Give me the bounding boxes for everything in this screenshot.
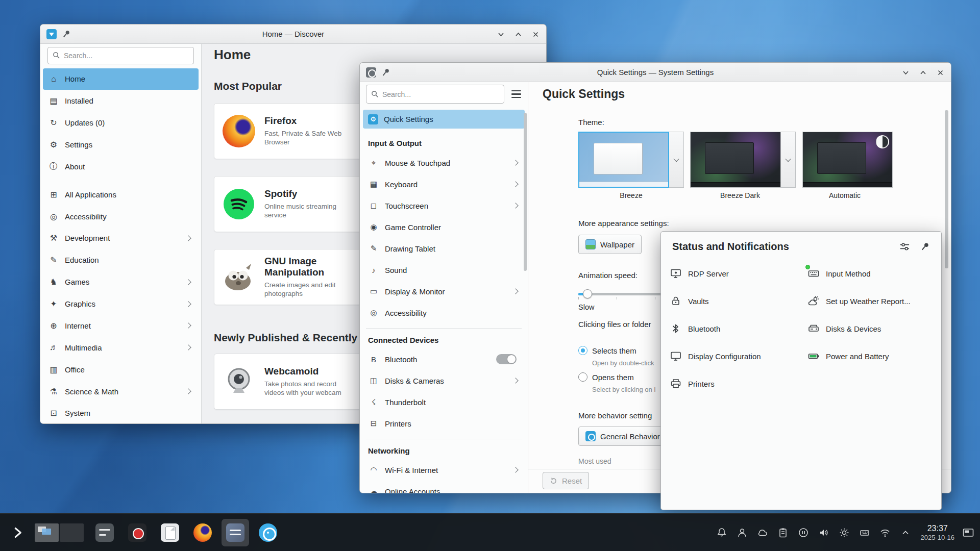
printer-icon	[669, 377, 682, 390]
search-input[interactable]	[382, 90, 499, 98]
nav-item-accessibility[interactable]: ◎Accessibility	[363, 302, 525, 323]
nav-item-game-controller[interactable]: ◉Game Controller	[363, 216, 525, 238]
theme-breeze-preview[interactable]	[578, 132, 669, 188]
sidebar-item-accessibility[interactable]: ◎Accessibility	[43, 206, 199, 227]
chevron-right-icon	[185, 388, 191, 394]
bluetooth-toggle[interactable]	[496, 354, 517, 364]
nav-item-thunderbolt[interactable]: ☇Thunderbolt	[363, 391, 525, 413]
status-item-vaults[interactable]: Vaults	[669, 294, 807, 308]
task-system-monitor[interactable]	[91, 519, 118, 546]
sidebar-scrollbar[interactable]	[524, 113, 527, 271]
task-system-settings[interactable]	[222, 519, 249, 546]
sidebar-item-internet[interactable]: ⊕Internet	[43, 315, 199, 337]
status-item-bluetooth[interactable]: Bluetooth	[669, 322, 807, 335]
system-settings-titlebar[interactable]: Quick Settings — System Settings	[360, 63, 951, 82]
status-item-input-method[interactable]: Input Method	[807, 267, 935, 280]
app-launcher-button[interactable]	[6, 519, 31, 546]
sidebar-item-home[interactable]: ⌂Home	[43, 68, 199, 90]
status-item-disks-devices[interactable]: Disks & Devices	[807, 322, 935, 335]
sidebar-item-multimedia[interactable]: ♬Multimedia	[43, 337, 199, 358]
sidebar-item-all-applications[interactable]: ⊞All Applications	[43, 184, 199, 205]
minimize-button[interactable]	[901, 68, 910, 77]
nav-item-sound[interactable]: ♪Sound	[363, 259, 525, 281]
discover-search[interactable]	[47, 47, 194, 64]
task-kde-browser[interactable]	[254, 519, 282, 546]
task-media-recorder[interactable]	[124, 519, 151, 546]
search-input[interactable]	[64, 52, 189, 60]
menu-hamburger-button[interactable]	[506, 86, 526, 103]
volume-icon[interactable]	[818, 527, 830, 539]
vaults-lock-icon	[669, 294, 682, 308]
show-desktop-button[interactable]	[960, 519, 977, 546]
radio-selects-them[interactable]	[578, 346, 587, 355]
nav-item-printers[interactable]: ⊟Printers	[363, 413, 525, 434]
sidebar-item-science-math[interactable]: ⚗Science & Math	[43, 381, 199, 402]
desktop-2[interactable]	[60, 523, 84, 542]
tray-expander-icon[interactable]	[899, 527, 912, 539]
content-scrollbar[interactable]	[945, 110, 948, 268]
nav-item-drawing-tablet[interactable]: ✎Drawing Tablet	[363, 238, 525, 259]
theme-breeze-dark-dropdown[interactable]	[781, 132, 796, 188]
pin-icon[interactable]	[919, 240, 931, 253]
task-file-manager[interactable]	[156, 519, 184, 546]
close-button[interactable]	[936, 68, 945, 77]
network-wifi-icon[interactable]	[879, 527, 891, 539]
slider-handle[interactable]	[583, 289, 592, 298]
status-item-power-battery[interactable]: Power and Battery	[807, 349, 935, 363]
virtual-keyboard-icon[interactable]	[859, 527, 871, 539]
general-behavior-button[interactable]: General Behavior	[578, 427, 667, 446]
minimize-button[interactable]	[496, 30, 505, 39]
discover-titlebar[interactable]: Home — Discover	[40, 24, 546, 44]
nav-item-online-accounts[interactable]: ☁Online Accounts	[363, 481, 525, 493]
nav-item-mouse-touchpad[interactable]: ⌖Mouse & Touchpad	[363, 152, 525, 173]
sidebar-item-about[interactable]: ⓘAbout	[43, 156, 199, 177]
virtual-desktop-pager[interactable]	[35, 523, 84, 542]
close-button[interactable]	[531, 30, 540, 39]
status-item-printers[interactable]: Printers	[669, 377, 807, 390]
app-name: Spotify	[264, 188, 355, 199]
sidebar-item-office[interactable]: ▥Office	[43, 359, 199, 380]
media-player-icon[interactable]	[797, 527, 810, 539]
pin-icon[interactable]	[381, 68, 390, 77]
nav-item-wifi-internet[interactable]: ◠Wi-Fi & Internet	[363, 459, 525, 481]
night-light-icon[interactable]	[838, 527, 850, 539]
user-switch-icon[interactable]	[736, 527, 748, 539]
window-title: Quick Settings — System Settings	[411, 68, 900, 77]
sidebar-item-development[interactable]: ⚒Development	[43, 228, 199, 249]
configure-icon[interactable]	[898, 240, 911, 253]
sidebar-item-graphics[interactable]: ✦Graphics	[43, 293, 199, 315]
maximize-button[interactable]	[918, 68, 927, 77]
clipboard-icon[interactable]	[777, 527, 789, 539]
maximize-button[interactable]	[513, 30, 523, 39]
kde-app-icon	[259, 523, 277, 542]
pin-icon[interactable]	[62, 30, 71, 39]
sidebar-item-games[interactable]: ♞Games	[43, 271, 199, 293]
sidebar-item-settings[interactable]: ⚙Settings	[43, 134, 199, 156]
nav-item-display-monitor[interactable]: ▭Display & Monitor	[363, 281, 525, 302]
sidebar-item-education[interactable]: ✎Education	[43, 249, 199, 271]
theme-breeze-dark-preview[interactable]	[690, 132, 781, 188]
nav-item-disks-cameras[interactable]: ◫Disks & Cameras	[363, 370, 525, 391]
nav-item-touchscreen[interactable]: ◻Touchscreen	[363, 195, 525, 216]
settings-search[interactable]	[366, 85, 504, 104]
digital-clock[interactable]: 23:37 2025-10-16	[921, 524, 955, 541]
wallpaper-button[interactable]: Wallpaper	[578, 235, 642, 254]
task-firefox[interactable]	[189, 519, 216, 546]
sidebar-item-installed[interactable]: ▤Installed	[43, 90, 199, 112]
status-item-rdp-server[interactable]: RDP Server	[669, 267, 807, 280]
desktop-1[interactable]	[35, 523, 59, 542]
cloud-icon[interactable]	[756, 527, 769, 539]
sidebar-item-system[interactable]: ⊡System	[43, 403, 199, 424]
status-item-display-configuration[interactable]: Display Configuration	[669, 349, 807, 363]
theme-breeze-dropdown[interactable]	[669, 132, 684, 188]
nav-item-keyboard[interactable]: ▦Keyboard	[363, 173, 525, 195]
radio-opens-them[interactable]	[578, 372, 587, 382]
nav-item-bluetooth[interactable]: ɃBluetooth	[363, 348, 525, 370]
reset-button[interactable]: Reset	[543, 472, 589, 489]
notifications-bell-icon[interactable]	[716, 527, 728, 539]
sidebar-item-updates[interactable]: ↻Updates (0)	[43, 112, 199, 134]
gimp-icon	[223, 261, 255, 293]
nav-item-quick-settings[interactable]: ⚙ Quick Settings	[363, 110, 525, 129]
theme-automatic-preview[interactable]	[802, 132, 893, 188]
status-item-weather[interactable]: Set up Weather Report...	[807, 294, 935, 308]
